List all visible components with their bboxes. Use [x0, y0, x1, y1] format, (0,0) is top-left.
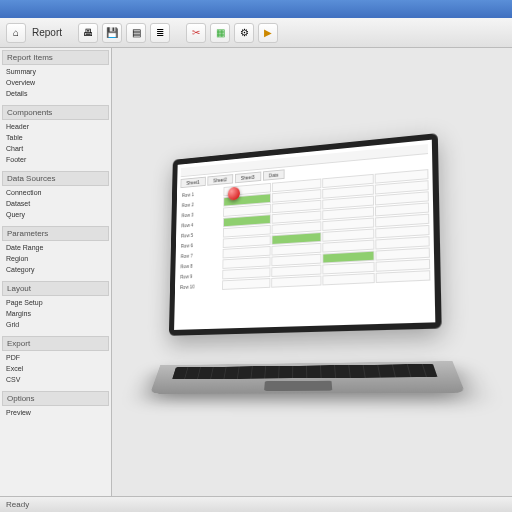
sidebar-item[interactable]: Query [2, 209, 109, 220]
sidebar: Report ItemsSummaryOverviewDetailsCompon… [0, 48, 112, 496]
sidebar-item[interactable]: Footer [2, 154, 109, 165]
chart-icon[interactable]: ▤ [126, 23, 146, 43]
laptop-keyboard [150, 361, 465, 394]
sidebar-item[interactable]: Region [2, 253, 109, 264]
sidebar-group-header: Options [2, 391, 109, 406]
sidebar-item[interactable]: CSV [2, 374, 109, 385]
cut-icon[interactable]: ✂ [186, 23, 206, 43]
grid-cell [222, 278, 270, 290]
sidebar-item[interactable]: Excel [2, 363, 109, 374]
sidebar-item[interactable]: Header [2, 121, 109, 132]
toolbar: ⌂ Report 🖶 💾 ▤ ≣ ✂ ▦ ⚙ ▶ [0, 18, 512, 48]
sidebar-item[interactable]: Category [2, 264, 109, 275]
sidebar-group-header: Parameters [2, 226, 109, 241]
title-bar [0, 0, 512, 18]
screen-tab: Data [263, 169, 285, 180]
screen-tab: Sheet3 [235, 172, 261, 184]
home-icon[interactable]: ⌂ [6, 23, 26, 43]
grid-cell [271, 276, 321, 288]
sidebar-group-header: Data Sources [2, 171, 109, 186]
toolbar-label: Report [32, 27, 62, 38]
laptop-screen: Sheet1Sheet2Sheet3Data Row 1Row 2Row 3Ro… [169, 133, 442, 336]
sidebar-item[interactable]: Margins [2, 308, 109, 319]
sidebar-group-header: Components [2, 105, 109, 120]
screen-tab: Sheet2 [207, 174, 233, 186]
status-text: Ready [6, 500, 29, 509]
sidebar-item[interactable]: Dataset [2, 198, 109, 209]
sidebar-item[interactable]: Table [2, 132, 109, 143]
grid-cell [322, 273, 374, 286]
grid-row-label: Row 10 [178, 280, 221, 292]
sidebar-group-header: Export [2, 336, 109, 351]
sidebar-item[interactable]: Overview [2, 77, 109, 88]
sidebar-item[interactable]: Grid [2, 319, 109, 330]
laptop-illustration: Sheet1Sheet2Sheet3Data Row 1Row 2Row 3Ro… [167, 130, 475, 404]
main-area: Report ItemsSummaryOverviewDetailsCompon… [0, 48, 512, 496]
sidebar-item[interactable]: Page Setup [2, 297, 109, 308]
sidebar-group-header: Report Items [2, 50, 109, 65]
sidebar-item[interactable]: Date Range [2, 242, 109, 253]
save-icon[interactable]: 💾 [102, 23, 122, 43]
sidebar-item[interactable]: PDF [2, 352, 109, 363]
print-icon[interactable]: 🖶 [78, 23, 98, 43]
doc-icon[interactable]: ≣ [150, 23, 170, 43]
sidebar-item[interactable]: Chart [2, 143, 109, 154]
screen-tab: Sheet1 [180, 177, 205, 188]
sidebar-group-header: Layout [2, 281, 109, 296]
gear-icon[interactable]: ⚙ [234, 23, 254, 43]
play-icon[interactable]: ▶ [258, 23, 278, 43]
sidebar-item[interactable]: Details [2, 88, 109, 99]
sidebar-item[interactable]: Summary [2, 66, 109, 77]
trackpad [264, 381, 332, 391]
keys [172, 364, 437, 379]
sidebar-item[interactable]: Preview [2, 407, 109, 418]
grid-icon[interactable]: ▦ [210, 23, 230, 43]
screen-grid: Row 1Row 2Row 3Row 4Row 5Row 6Row 7Row 8… [178, 169, 430, 292]
grid-cell [376, 270, 431, 283]
status-bar: Ready [0, 496, 512, 512]
sidebar-item[interactable]: Connection [2, 187, 109, 198]
canvas: Sheet1Sheet2Sheet3Data Row 1Row 2Row 3Ro… [112, 48, 512, 496]
